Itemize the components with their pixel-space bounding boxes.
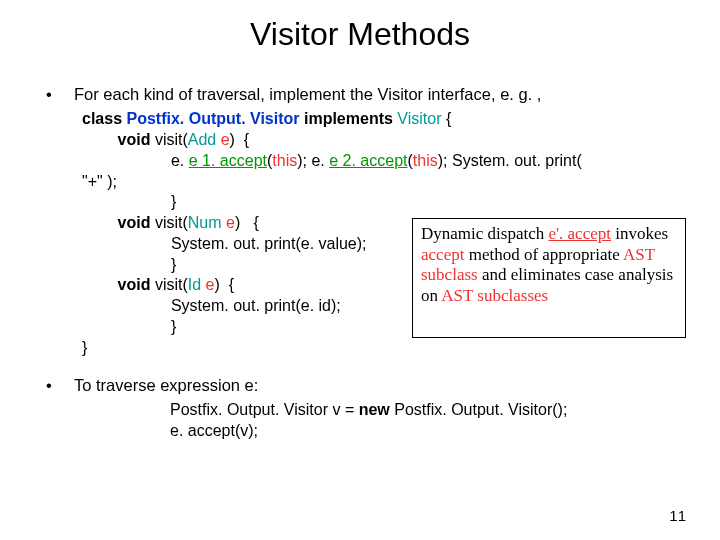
classname: Postfix. Output. Visitor bbox=[126, 110, 299, 127]
kw-new: new bbox=[359, 401, 390, 418]
callout-t1: Dynamic dispatch bbox=[421, 224, 548, 243]
bullet-1-text: For each kind of traversal, implement th… bbox=[74, 84, 541, 105]
kw-void: void bbox=[82, 131, 155, 148]
kw-implements: implements bbox=[300, 110, 398, 127]
slide: Visitor Methods • For each kind of trave… bbox=[0, 0, 720, 540]
callout-t5: method of appropriate bbox=[464, 245, 623, 264]
type-num: Num bbox=[188, 214, 222, 231]
visit-close-2: ) { bbox=[235, 214, 259, 231]
callout-accept2: accept bbox=[421, 245, 464, 264]
bullet-2-text: To traverse expression e: bbox=[74, 375, 258, 396]
spacer bbox=[40, 359, 690, 369]
accept-1: e 1. accept bbox=[189, 152, 267, 169]
trav-1a: Postfix. Output. Visitor v = bbox=[170, 401, 359, 418]
this-2: this bbox=[413, 152, 438, 169]
bullet-dot: • bbox=[40, 84, 74, 105]
this-1: this bbox=[272, 152, 297, 169]
visit-close: ) { bbox=[230, 131, 250, 148]
trav-2: e. accept(v); bbox=[170, 422, 258, 439]
plus-literal: "+" ); bbox=[82, 173, 117, 190]
close-brace-2: } bbox=[82, 256, 176, 273]
type-add: Add bbox=[188, 131, 216, 148]
traverse-code: Postfix. Output. Visitor v = new Postfix… bbox=[170, 400, 690, 442]
print-id: System. out. print(e. id); bbox=[82, 297, 341, 314]
type-id: Id bbox=[188, 276, 201, 293]
expr-pre: e. bbox=[82, 152, 189, 169]
brace: { bbox=[442, 110, 452, 127]
close-brace-3: } bbox=[82, 318, 176, 335]
callout-t3: invokes bbox=[611, 224, 668, 243]
close-brace-1: } bbox=[82, 193, 176, 210]
print-value: System. out. print(e. value); bbox=[82, 235, 367, 252]
tail: ); System. out. print( bbox=[438, 152, 582, 169]
accept-2: e 2. accept bbox=[329, 152, 407, 169]
param-e-2: e bbox=[222, 214, 235, 231]
callout-accept: e'. accept bbox=[548, 224, 611, 243]
page-number: 11 bbox=[669, 507, 686, 524]
kw-void-3: void bbox=[82, 276, 155, 293]
bullet-1: • For each kind of traversal, implement … bbox=[40, 84, 690, 105]
bullet-dot-2: • bbox=[40, 375, 74, 396]
callout-subclasses: AST subclasses bbox=[441, 286, 548, 305]
param-e-3: e bbox=[201, 276, 214, 293]
visit-close-3: ) { bbox=[214, 276, 234, 293]
visit-open-3: visit( bbox=[155, 276, 188, 293]
bullet-2: • To traverse expression e: bbox=[40, 375, 690, 396]
visit-open: visit( bbox=[155, 131, 188, 148]
trav-1c: Postfix. Output. Visitor(); bbox=[390, 401, 568, 418]
visit-open-2: visit( bbox=[155, 214, 188, 231]
callout-box: Dynamic dispatch e'. accept invokes acce… bbox=[412, 218, 686, 338]
visitor-type: Visitor bbox=[397, 110, 441, 127]
kw-void-2: void bbox=[82, 214, 155, 231]
kw-class: class bbox=[82, 110, 126, 127]
param-e: e bbox=[216, 131, 229, 148]
mid: ); e. bbox=[297, 152, 329, 169]
close-brace-outer: } bbox=[82, 339, 87, 356]
slide-title: Visitor Methods bbox=[0, 16, 720, 53]
